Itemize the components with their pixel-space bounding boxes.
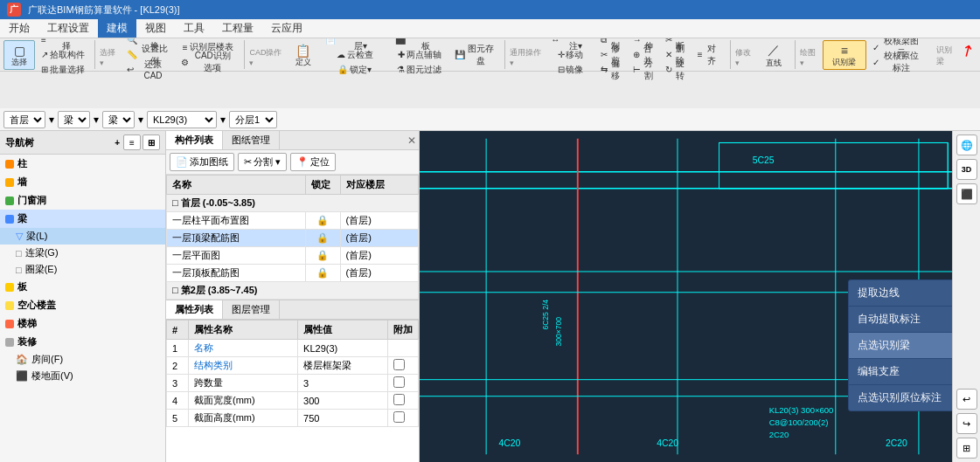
cad-recognize-btn[interactable]: ⚙CAD识别选项: [177, 55, 239, 69]
ann-2c20: 2C20: [769, 430, 789, 439]
redo-btn[interactable]: ↪: [956, 413, 977, 434]
attr-value[interactable]: KL29(3): [298, 340, 388, 357]
category-select[interactable]: 梁: [102, 111, 135, 128]
auto-extract-label-btn[interactable]: 自动提取标注 ▶: [849, 307, 952, 333]
nav-item-floor[interactable]: ⬛ 楼地面(V): [0, 368, 165, 384]
beam-e-icon: □: [16, 265, 22, 275]
click-recognize-pos-btn[interactable]: 点选识别原位标注 ▶: [849, 385, 952, 410]
attr-value[interactable]: 3: [298, 375, 388, 392]
drawing-locked[interactable]: 🔒: [305, 230, 340, 247]
tab-layer-mgmt[interactable]: 图层管理: [223, 300, 280, 319]
type-select[interactable]: 梁: [58, 111, 90, 128]
undo-btn[interactable]: ↩: [956, 389, 977, 410]
globe-btn[interactable]: 🌐: [956, 134, 977, 155]
nav-list-btn[interactable]: ≡: [123, 134, 141, 150]
nav-item-beam[interactable]: 梁: [0, 210, 165, 228]
rotate-btn[interactable]: ↻旋转: [661, 63, 692, 77]
line-btn[interactable]: ／直线: [758, 40, 789, 70]
wall-label: 墙: [17, 176, 27, 189]
attr-extra-check[interactable]: [393, 394, 405, 405]
attr-select-btn[interactable]: ≡按属性选择: [37, 38, 89, 47]
length-label-btn[interactable]: ↔长度标注▾: [546, 38, 595, 47]
tab-component-list[interactable]: 构件列表: [166, 131, 223, 149]
offset-btn[interactable]: ⇆偏移: [596, 63, 628, 77]
tab-attr-list[interactable]: 属性列表: [166, 300, 223, 319]
attr-extra-check[interactable]: [393, 411, 405, 423]
menu-start[interactable]: 开始: [0, 19, 38, 38]
drawing-locked[interactable]: 🔒: [305, 247, 340, 265]
table-row[interactable]: 一层柱平面布置图 🔒 (首层): [167, 212, 419, 230]
split-btn[interactable]: ⊢分割: [629, 63, 660, 77]
pick-btn[interactable]: ↗拾取构件: [37, 48, 89, 62]
align-btn[interactable]: ≡对齐: [693, 48, 725, 62]
table-row[interactable]: 一层顶板配筋图 🔒 (首层): [167, 265, 419, 282]
menu-view[interactable]: 视图: [136, 19, 175, 38]
pillar-label: 柱: [17, 157, 27, 170]
split-btn[interactable]: ✂ 分割 ▾: [238, 153, 287, 171]
attr-name[interactable]: 结构类别: [189, 357, 298, 375]
attr-value[interactable]: 300: [298, 392, 388, 410]
drawing-locked[interactable]: 🔒: [305, 212, 340, 230]
drawing-locked[interactable]: 🔒: [305, 265, 340, 282]
locate-btn[interactable]: 📍 定位: [290, 153, 336, 171]
mirror-btn[interactable]: ⊟镜像: [553, 63, 587, 77]
nav-add-btn[interactable]: +: [113, 136, 122, 149]
full-btn[interactable]: ⬛: [956, 183, 977, 204]
two-point-btn[interactable]: ✚两点辅轴: [393, 48, 446, 62]
auto-align-btn[interactable]: ⬛自动平齐板: [391, 38, 448, 47]
recognize-beam-btn[interactable]: ≡ 识别梁: [823, 40, 866, 70]
nav-item-pillar[interactable]: 柱: [0, 155, 165, 173]
nav-item-door-window[interactable]: 门窗洞: [0, 191, 165, 210]
nav-item-wall[interactable]: 墙: [0, 173, 165, 191]
attr-extra-check[interactable]: [393, 359, 405, 370]
modify-group: ↔长度标注▾ ✛移动 ⊟镜像 ⧉复制 ✂修剪 ⇆偏移 →延伸 ⊕合并 ⊢分割 ✂…: [546, 40, 731, 69]
attr-extra-check[interactable]: [393, 376, 405, 388]
cad-label: CAD操作 ▾: [247, 47, 286, 67]
extract-edge-btn[interactable]: 提取边线: [849, 280, 952, 307]
move-btn[interactable]: ✛移动: [553, 48, 587, 62]
click-recognize-beam-btn[interactable]: 点选识别梁 ▶: [849, 333, 952, 359]
verify-pos-btn[interactable]: ✓校核原位标注: [868, 55, 927, 69]
edit-support-btn[interactable]: 编辑支座: [849, 359, 952, 385]
menu-modeling[interactable]: 建模: [98, 19, 136, 38]
copy-other-btn[interactable]: 📄复制到其它层▾: [321, 38, 390, 47]
nav-item-room[interactable]: 🏠 房间(F): [0, 351, 165, 368]
item-select[interactable]: KL29(3): [147, 111, 217, 128]
attr-value[interactable]: 楼层框架梁: [298, 357, 388, 375]
nav-item-stair[interactable]: 楼梯: [0, 314, 165, 333]
cloud-check-btn[interactable]: ☁云检查: [332, 48, 378, 62]
table-header-row: 名称 锁定 对应楼层: [167, 176, 419, 195]
cad-canvas[interactable]: 5C25 6C25 2/4 300×700 KL20(3) 300×600 C8…: [420, 131, 952, 462]
element-save-btn[interactable]: 💾图元存盘: [450, 48, 500, 62]
menu-quantity[interactable]: 工程量: [213, 19, 262, 38]
tab-drawing-mgmt[interactable]: 图纸管理: [223, 131, 280, 149]
level-select[interactable]: 首层: [3, 111, 45, 128]
restore-cad-btn[interactable]: ↩还原CAD: [122, 63, 175, 77]
select-btn[interactable]: ▢ 选择: [3, 40, 35, 70]
app-title: 广联达BIM钢筋算量软件 - [KL29(3)]: [28, 3, 180, 17]
lock-btn[interactable]: 🔒锁定▾: [333, 63, 376, 77]
nav-item-beam-g[interactable]: □ 连梁(G): [0, 245, 165, 261]
nav-item-hollow[interactable]: 空心楼盖: [0, 296, 165, 314]
nav-item-decoration[interactable]: 装修: [0, 333, 165, 351]
attr-name[interactable]: 名称: [189, 340, 298, 357]
nav-item-beam-l[interactable]: ▽ 梁(L): [0, 228, 165, 245]
define-btn[interactable]: 📋定义: [288, 40, 319, 70]
menu-cloud[interactable]: 云应用: [262, 19, 311, 38]
menu-tools[interactable]: 工具: [175, 19, 213, 38]
nav-grid-btn[interactable]: ⊞: [142, 134, 160, 150]
grid-btn[interactable]: ⊞: [956, 438, 977, 459]
drawing-name: 一层顶板配筋图: [167, 265, 306, 282]
sub-select[interactable]: 分层1: [229, 111, 277, 128]
table-row[interactable]: 一层顶梁配筋图 🔒 (首层): [167, 230, 419, 247]
nav-item-beam-e[interactable]: □ 圈梁(E): [0, 261, 165, 278]
element-filter-btn[interactable]: ⚗图元过滤: [393, 63, 446, 77]
batch-select-btn[interactable]: ⊞批量选择: [37, 63, 89, 77]
table-row[interactable]: 一层平面图 🔒 (首层): [167, 247, 419, 265]
nav-item-slab[interactable]: 板: [0, 278, 165, 296]
attr-value[interactable]: 750: [298, 410, 388, 427]
menu-project-settings[interactable]: 工程设置: [38, 19, 98, 38]
comp-panel-close-btn[interactable]: ✕: [405, 131, 419, 149]
3d-btn[interactable]: 3D: [956, 159, 977, 180]
add-drawing-btn[interactable]: 📄 添加图纸: [170, 153, 234, 171]
